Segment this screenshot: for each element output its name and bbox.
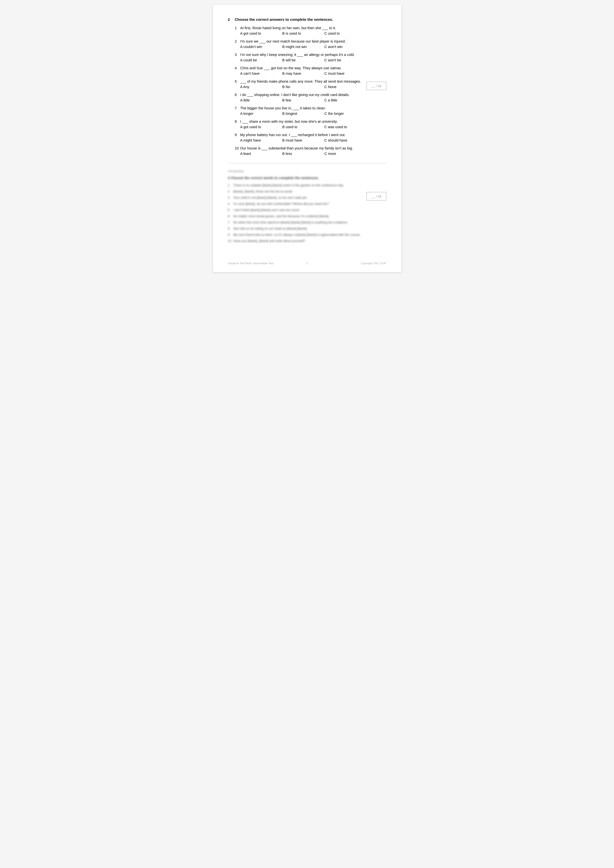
question-num-8: 8	[235, 119, 240, 124]
option-4-3: C must have	[324, 71, 366, 76]
option-3-2: B will be	[282, 58, 324, 62]
option-5-2: B No	[282, 85, 324, 89]
question-body-10: Our house is ___ substantial than yours …	[240, 146, 353, 150]
question-text-2: 2I'm sure we ___ our next match because …	[235, 39, 386, 43]
option-6-3: C a little	[324, 98, 366, 102]
option-9-2: B must have	[282, 138, 324, 142]
question-text-3: 3I'm not sure why I keep sneezing; it __…	[235, 53, 386, 57]
blurred-question-8: 8She told us he eating on our head on [b…	[228, 227, 386, 230]
option-1-1: A got used to	[240, 31, 282, 36]
option-8-1: A got used to	[240, 125, 282, 129]
question-num-10: 10	[235, 146, 240, 150]
option-10-3: C more	[324, 152, 366, 156]
option-7-1: A longer	[240, 112, 282, 116]
question-body-1: At first, Rosie hated living on her own,…	[240, 26, 336, 30]
question-text-1: 1At first, Rosie hated living on her own…	[235, 26, 386, 30]
option-4-1: A can't have	[240, 71, 282, 76]
option-6-1: A little	[240, 98, 282, 102]
question-block-10: 10Our house is ___ substantial than your…	[235, 146, 386, 156]
section2-header: 2 Choose the correct answers to complete…	[228, 17, 386, 22]
blurred-question-3: 3Your child is not [blank] [blank], so h…	[228, 196, 386, 200]
question-block-3: 3I'm not sure why I keep sneezing; it __…	[235, 53, 386, 62]
question-num-2: 2	[235, 39, 240, 43]
option-7-2: B longest	[282, 112, 324, 116]
option-8-3: C was used to	[324, 125, 366, 129]
footer-center: 2	[306, 262, 308, 265]
option-2-3: C won't win	[324, 45, 366, 49]
blurred-question-2: 2[blank], [blank], those are the ten to …	[228, 189, 386, 193]
options-row-6: A littleB fewC a little	[240, 98, 386, 102]
options-row-3: A could beB will beC won't be	[240, 58, 386, 62]
question-text-5: 5___ of my friends make phone calls any …	[235, 79, 386, 84]
question-text-6: 6I do ___ shopping online. I don't like …	[235, 93, 386, 97]
blurred-question-10: 10Have you [blank], [blank] and write ab…	[228, 239, 386, 243]
question-body-4: Chris and Sue ___ got lost on the way. T…	[240, 66, 341, 70]
blurred-section: Vocabulary 2 Choose the correct words to…	[228, 169, 386, 243]
question-body-5: ___ of my friends make phone calls any m…	[240, 79, 361, 84]
blurred-vocab-title: Vocabulary	[228, 169, 386, 173]
option-4-2: B may have	[282, 71, 324, 76]
option-2-2: B might not win	[282, 45, 324, 49]
option-8-2: B used to	[282, 125, 324, 129]
divider	[228, 163, 386, 163]
question-text-9: 9My phone battery has run out. I ___ rec…	[235, 133, 386, 137]
options-row-5: A AnyB NoC None	[240, 85, 386, 89]
score-box-2: __ / 10	[366, 192, 386, 200]
question-num-1: 1	[235, 26, 240, 30]
question-block-5: 5___ of my friends make phone calls any …	[235, 79, 386, 89]
blurred-question-5: 5I don't think [blank] [blank] can't car…	[228, 208, 386, 212]
section2-num: 2	[228, 17, 233, 22]
question-block-7: 7The bigger the house you live in, ___ i…	[235, 106, 386, 116]
options-row-1: A got used toB is used toC used to	[240, 31, 386, 36]
options-row-2: A couldn't winB might not winC won't win	[240, 45, 386, 49]
page: 2 Choose the correct answers to complete…	[213, 5, 401, 272]
question-block-9: 9My phone battery has run out. I ___ rec…	[235, 133, 386, 142]
options-row-7: A longerB longestC the longer	[240, 112, 386, 116]
blurred-question-4: 4I'm sure [blank], do you feel comfortab…	[228, 202, 386, 206]
option-1-2: B is used to	[282, 31, 324, 36]
footer-right: Copyright Test / OUP	[361, 262, 386, 265]
option-3-3: C won't be	[324, 58, 366, 62]
option-5-3: C None	[324, 85, 366, 89]
question-block-6: 6I do ___ shopping online. I don't like …	[235, 93, 386, 102]
option-10-1: A least	[240, 152, 282, 156]
section2-title: Choose the correct answers to complete t…	[235, 17, 333, 22]
option-3-1: A could be	[240, 58, 282, 62]
question-block-4: 4Chris and Sue ___ got lost on the way. …	[235, 66, 386, 76]
option-1-3: C used to	[324, 31, 366, 36]
question-num-7: 7	[235, 106, 240, 110]
question-num-6: 6	[235, 93, 240, 97]
question-text-10: 10Our house is ___ substantial than your…	[235, 146, 386, 150]
blurred-questions: 1There is no suitable [blank] [blank] ev…	[228, 183, 386, 243]
question-body-9: My phone battery has run out. I ___ rech…	[240, 133, 346, 137]
option-9-1: A might have	[240, 138, 282, 142]
footer-left: Solutions Test Multi: Intermediate Test	[228, 262, 274, 265]
options-row-8: A got used toB used toC was used to	[240, 125, 386, 129]
questions-container: 1At first, Rosie hated living on her own…	[228, 26, 386, 156]
question-num-4: 4	[235, 66, 240, 70]
question-block-2: 2I'm sure we ___ our next match because …	[235, 39, 386, 49]
options-row-9: A might haveB must haveC should have	[240, 138, 386, 142]
question-text-4: 4Chris and Sue ___ got lost on the way. …	[235, 66, 386, 70]
question-block-1: 1At first, Rosie hated living on her own…	[235, 26, 386, 36]
option-2-1: A couldn't win	[240, 45, 282, 49]
blurred-question-7: 7No when the more time spend in [blank] …	[228, 220, 386, 224]
option-9-3: C should have	[324, 138, 366, 142]
blurred-question-1: 1There is no suitable [blank] [blank] ev…	[228, 183, 386, 187]
blurred-section-header: 2 Choose the correct words to complete t…	[228, 176, 386, 180]
question-body-8: I ___ share a room with my sister, but n…	[240, 119, 338, 124]
options-row-10: A leastB lessC more	[240, 152, 386, 156]
option-7-3: C the longer	[324, 112, 366, 116]
question-text-7: 7The bigger the house you live in, ___ i…	[235, 106, 386, 110]
blurred-question-9: 9My sure friend told us twice, so it's a…	[228, 233, 386, 237]
option-6-2: B few	[282, 98, 324, 102]
question-num-5: 5	[235, 79, 240, 84]
blurred-question-6: 6No matter more bread grown, and the bec…	[228, 214, 386, 218]
question-num-9: 9	[235, 133, 240, 137]
question-body-7: The bigger the house you live in, ___ it…	[240, 106, 326, 110]
question-body-2: I'm sure we ___ our next match because o…	[240, 39, 346, 43]
option-10-2: B less	[282, 152, 324, 156]
question-num-3: 3	[235, 53, 240, 57]
question-text-8: 8I ___ share a room with my sister, but …	[235, 119, 386, 124]
options-row-4: A can't haveB may haveC must have	[240, 71, 386, 76]
